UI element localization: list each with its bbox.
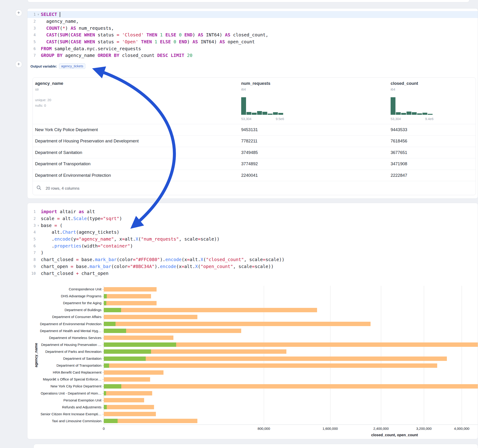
token bbox=[176, 32, 179, 37]
previous-cell-edge bbox=[27, 0, 470, 2]
token bbox=[171, 39, 174, 44]
code-line[interactable]: 3 COUNT(*) AS num_requests, bbox=[27, 25, 478, 31]
x-axis-label: 0 bbox=[90, 427, 118, 430]
token: SUM bbox=[60, 32, 68, 37]
code-line[interactable]: 5 CAST(SUM(CASE WHEN status = 'Open' THE… bbox=[27, 38, 478, 45]
gridline bbox=[424, 286, 424, 424]
token: AS bbox=[198, 32, 203, 37]
token: SELECT bbox=[41, 12, 57, 17]
histogram-bar bbox=[412, 112, 417, 115]
token: CASE bbox=[70, 32, 82, 37]
result-table: agency_namestrunique: 20nulls: 0num_requ… bbox=[32, 77, 476, 195]
token: ( bbox=[57, 32, 60, 37]
token: * bbox=[63, 25, 65, 31]
output-variable-row: Output variable: agency_tickets bbox=[31, 63, 85, 69]
token bbox=[157, 32, 160, 37]
token: ORDER BY bbox=[98, 53, 120, 58]
token: AS bbox=[193, 39, 198, 44]
bar-open_count bbox=[104, 329, 126, 333]
token: ) bbox=[65, 25, 70, 31]
token: WHEN bbox=[84, 32, 95, 37]
token: agency_name, bbox=[41, 19, 79, 24]
token: ( bbox=[57, 39, 60, 44]
token: INT64) bbox=[198, 39, 220, 44]
bar-closed_count bbox=[104, 336, 173, 340]
y-axis-label: Department for the Aging bbox=[27, 301, 101, 305]
bar-open_count bbox=[104, 356, 146, 361]
code-line[interactable]: 6FROM sample_data.nyc.service_requests bbox=[27, 45, 478, 52]
text-cursor bbox=[60, 12, 60, 17]
token: ( bbox=[60, 25, 63, 31]
token: agency_name bbox=[63, 53, 98, 58]
token bbox=[82, 39, 84, 44]
token: AS bbox=[220, 39, 225, 44]
token: ( bbox=[68, 32, 70, 37]
code-line[interactable]: 1∨SELECT bbox=[27, 11, 478, 18]
token: num_requests, bbox=[76, 25, 114, 31]
histogram-bar bbox=[417, 113, 422, 115]
table-cell: 3471908 bbox=[391, 161, 407, 166]
bar-closed_count bbox=[104, 363, 437, 368]
histogram-bar bbox=[246, 112, 251, 115]
token: ) bbox=[187, 39, 192, 44]
token: = bbox=[117, 32, 120, 37]
token: 'Closed' bbox=[122, 32, 144, 37]
histogram-bar bbox=[396, 112, 401, 115]
fold-chevron-icon[interactable]: ∨ bbox=[36, 13, 41, 16]
y-axis-label: Department of Homeless Services bbox=[27, 336, 101, 340]
output-variable-chip[interactable]: agency_tickets bbox=[59, 63, 85, 69]
column-header[interactable]: agency_name bbox=[35, 81, 63, 86]
table-cell: 3774892 bbox=[241, 161, 258, 166]
code-line[interactable]: 4 CAST(SUM(CASE WHEN status = 'Closed' T… bbox=[27, 31, 478, 38]
y-axis-label: Department of Transportation bbox=[27, 363, 101, 367]
bar-open_count bbox=[104, 384, 121, 389]
y-axis-label: Senior Citizen Rent Increase Exempti… bbox=[27, 412, 101, 416]
token: COUNT bbox=[46, 25, 60, 31]
histogram-bar bbox=[428, 114, 433, 115]
code-text: GROUP BY agency_name ORDER BY closed_cou… bbox=[41, 53, 193, 58]
token: END bbox=[184, 32, 192, 37]
bar-closed_count bbox=[104, 315, 197, 319]
x-axis-label: 4,000,000 bbox=[448, 427, 475, 430]
token: ELSE bbox=[165, 32, 176, 37]
bar-open_count bbox=[104, 294, 107, 299]
table-row: Department of Housing Preservation and D… bbox=[33, 135, 476, 147]
table-cell: 7618456 bbox=[391, 138, 407, 143]
table-cell: Department of Sanitation bbox=[35, 150, 82, 155]
token: CAST bbox=[46, 39, 57, 44]
token: ) bbox=[193, 32, 198, 37]
token bbox=[168, 53, 171, 58]
token: INT64) bbox=[203, 32, 225, 37]
code-line[interactable]: 2 agency_name, bbox=[27, 18, 478, 25]
y-axis-label: Correspondence Unit bbox=[27, 287, 101, 291]
sql-code-editor[interactable]: 1∨SELECT 2 agency_name,3 COUNT(*) AS num… bbox=[27, 11, 478, 59]
bar-open_count bbox=[104, 342, 176, 347]
x-axis-label: 800,000 bbox=[250, 427, 278, 430]
token: WHEN bbox=[84, 39, 95, 44]
add-cell-button-middle[interactable]: + bbox=[15, 61, 22, 68]
gridline bbox=[264, 286, 264, 424]
table-cell: 2222847 bbox=[391, 173, 407, 178]
table-row: New York City Police Department945313194… bbox=[33, 124, 476, 135]
x-axis-label: 1,600,000 bbox=[316, 427, 344, 430]
column-header[interactable]: closed_count bbox=[391, 81, 418, 86]
add-cell-button-top[interactable]: + bbox=[15, 9, 22, 16]
y-axis-label: Department of Buildings bbox=[27, 308, 101, 312]
next-cell-edge bbox=[33, 444, 478, 448]
y-axis-label: Department of Parks and Recreation bbox=[27, 350, 101, 354]
histogram-bar bbox=[262, 112, 267, 115]
token bbox=[152, 39, 155, 44]
y-axis-label: Taxi and Limousine Commission bbox=[27, 419, 101, 423]
token: CAST bbox=[46, 32, 57, 37]
token: sample_data.nyc.service_requests bbox=[52, 46, 141, 51]
column-type: i64 bbox=[241, 87, 246, 91]
y-axis-label: DHS Advantage Programs bbox=[27, 294, 101, 298]
search-icon[interactable] bbox=[37, 185, 42, 190]
token: 0 bbox=[179, 32, 182, 37]
code-line[interactable]: 7GROUP BY agency_name ORDER BY closed_co… bbox=[27, 52, 478, 59]
column-header[interactable]: num_requests bbox=[241, 81, 270, 86]
histogram-max-label: 9.4e6 bbox=[391, 117, 434, 121]
token bbox=[41, 25, 46, 31]
y-axis-label: New York City Police Department bbox=[27, 384, 101, 388]
histogram-bar bbox=[273, 112, 278, 115]
